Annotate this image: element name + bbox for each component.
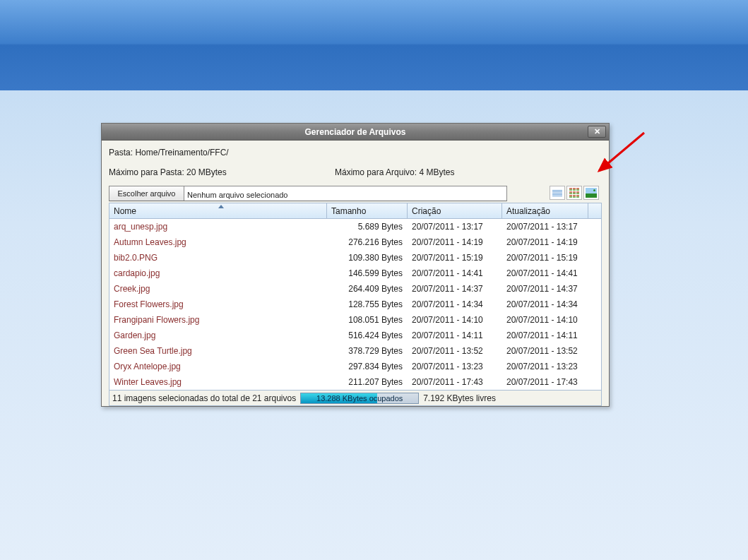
cell-nome: Garden.jpg xyxy=(109,330,327,340)
table-row[interactable]: Creek.jpg264.409 Bytes20/07/2011 - 14:37… xyxy=(109,281,601,297)
close-button[interactable]: ✕ xyxy=(588,126,606,138)
table-body: arq_unesp.jpg5.689 Bytes20/07/2011 - 13:… xyxy=(109,219,601,390)
storage-free-label: 7.192 KBytes livres xyxy=(423,393,496,403)
cell-nome: Winter Leaves.jpg xyxy=(109,377,327,387)
cell-nome: arq_unesp.jpg xyxy=(109,222,327,232)
folder-path: Home/Treinamento/FFC/ xyxy=(135,148,228,157)
list-icon xyxy=(552,190,562,196)
cell-criacao: 20/07/2011 - 15:19 xyxy=(408,253,502,263)
dialog-title: Gerenciador de Arquivos xyxy=(305,127,406,137)
column-label: Tamanho xyxy=(331,206,366,216)
cell-tamanho: 108.051 Bytes xyxy=(327,315,408,325)
view-grid-button[interactable] xyxy=(566,186,582,200)
cell-criacao: 20/07/2011 - 14:37 xyxy=(408,284,502,294)
cell-nome: Autumn Leaves.jpg xyxy=(109,237,327,247)
close-icon: ✕ xyxy=(594,127,600,136)
cell-criacao: 20/07/2011 - 14:41 xyxy=(408,268,502,278)
cell-nome: Forest Flowers.jpg xyxy=(109,299,327,309)
upload-row: Escolher arquivo Nenhum arquivo selecion… xyxy=(109,186,602,201)
column-header-nome[interactable]: Nome xyxy=(109,203,327,218)
column-header-atualizacao[interactable]: Atualização xyxy=(502,203,588,218)
cell-tamanho: 146.599 Bytes xyxy=(327,268,408,278)
cell-atualizacao: 20/07/2011 - 14:19 xyxy=(502,237,588,247)
folder-label: Pasta: xyxy=(109,148,133,157)
table-header: Nome Tamanho Criação Atualização xyxy=(109,203,601,219)
cell-criacao: 20/07/2011 - 14:10 xyxy=(408,315,502,325)
cell-tamanho: 211.207 Bytes xyxy=(327,377,408,387)
folder-path-row: Pasta: Home/Treinamento/FFC/ xyxy=(109,148,602,157)
cell-criacao: 20/07/2011 - 14:11 xyxy=(408,330,502,340)
table-row[interactable]: Green Sea Turtle.jpg378.729 Bytes20/07/2… xyxy=(109,343,601,359)
cell-criacao: 20/07/2011 - 14:19 xyxy=(408,237,502,247)
file-table: Nome Tamanho Criação Atualização arq_une… xyxy=(109,203,602,406)
cell-nome: Oryx Antelope.jpg xyxy=(109,362,327,371)
column-label: Nome xyxy=(114,206,136,216)
file-manager-dialog: Gerenciador de Arquivos ✕ Pasta: Home/Tr… xyxy=(101,123,610,407)
cell-tamanho: 109.380 Bytes xyxy=(327,253,408,263)
table-row[interactable]: Frangipani Flowers.jpg108.051 Bytes20/07… xyxy=(109,312,601,328)
dialog-titlebar[interactable]: Gerenciador de Arquivos ✕ xyxy=(102,124,609,141)
column-header-criacao[interactable]: Criação xyxy=(408,203,502,218)
cell-criacao: 20/07/2011 - 13:52 xyxy=(408,346,502,356)
table-row[interactable]: arq_unesp.jpg5.689 Bytes20/07/2011 - 13:… xyxy=(109,219,601,234)
cell-atualizacao: 20/07/2011 - 13:17 xyxy=(502,222,588,232)
cell-criacao: 20/07/2011 - 17:43 xyxy=(408,377,502,387)
cell-tamanho: 5.689 Bytes xyxy=(327,222,408,232)
cell-atualizacao: 20/07/2011 - 14:10 xyxy=(502,315,588,325)
cell-tamanho: 128.755 Bytes xyxy=(327,299,408,309)
cell-atualizacao: 20/07/2011 - 13:52 xyxy=(502,346,588,356)
cell-atualizacao: 20/07/2011 - 17:43 xyxy=(502,377,588,387)
storage-progress: 13.288 KBytes ocupados xyxy=(300,393,419,404)
page-header-band xyxy=(0,0,748,90)
grid-icon xyxy=(569,188,579,198)
choose-file-button[interactable]: Escolher arquivo xyxy=(109,186,184,201)
dialog-body: Pasta: Home/Treinamento/FFC/ Máximo para… xyxy=(102,141,609,406)
view-mode-buttons xyxy=(550,186,602,201)
column-header-spacer xyxy=(588,203,601,218)
table-row[interactable]: Winter Leaves.jpg211.207 Bytes20/07/2011… xyxy=(109,374,601,390)
cell-tamanho: 516.424 Bytes xyxy=(327,330,408,340)
sort-asc-icon xyxy=(218,205,224,208)
view-list-button[interactable] xyxy=(550,186,565,200)
cell-nome: cardapio.jpg xyxy=(109,268,327,278)
column-label: Atualização xyxy=(506,206,550,216)
cell-criacao: 20/07/2011 - 13:17 xyxy=(408,222,502,232)
table-row[interactable]: Autumn Leaves.jpg276.216 Bytes20/07/2011… xyxy=(109,234,601,250)
cell-criacao: 20/07/2011 - 13:23 xyxy=(408,362,502,371)
cell-atualizacao: 20/07/2011 - 14:11 xyxy=(502,330,588,340)
table-footer: 11 imagens selecionadas do total de 21 a… xyxy=(109,390,601,405)
table-row[interactable]: Garden.jpg516.424 Bytes20/07/2011 - 14:1… xyxy=(109,328,601,343)
cell-nome: Frangipani Flowers.jpg xyxy=(109,315,327,325)
cell-tamanho: 297.834 Bytes xyxy=(327,362,408,371)
table-row[interactable]: cardapio.jpg146.599 Bytes20/07/2011 - 14… xyxy=(109,266,601,281)
table-row[interactable]: Forest Flowers.jpg128.755 Bytes20/07/201… xyxy=(109,297,601,312)
cell-criacao: 20/07/2011 - 14:34 xyxy=(408,299,502,309)
cell-tamanho: 378.729 Bytes xyxy=(327,346,408,356)
file-input-group: Escolher arquivo Nenhum arquivo selecion… xyxy=(109,186,507,201)
view-thumbnail-button[interactable] xyxy=(583,186,599,200)
table-row[interactable]: Oryx Antelope.jpg297.834 Bytes20/07/2011… xyxy=(109,359,601,374)
cell-tamanho: 264.409 Bytes xyxy=(327,284,408,294)
cell-tamanho: 276.216 Bytes xyxy=(327,237,408,247)
storage-used-label: 13.288 KBytes ocupados xyxy=(316,394,403,403)
cell-atualizacao: 20/07/2011 - 14:37 xyxy=(502,284,588,294)
column-label: Criação xyxy=(412,206,441,216)
cell-atualizacao: 20/07/2011 - 14:34 xyxy=(502,299,588,309)
chosen-file-label: Nenhum arquivo selecionado xyxy=(184,186,506,201)
cell-nome: Green Sea Turtle.jpg xyxy=(109,346,327,356)
image-icon xyxy=(586,188,597,198)
cell-nome: Creek.jpg xyxy=(109,284,327,294)
table-row[interactable]: bib2.0.PNG109.380 Bytes20/07/2011 - 15:1… xyxy=(109,250,601,266)
cell-atualizacao: 20/07/2011 - 13:23 xyxy=(502,362,588,371)
cell-atualizacao: 20/07/2011 - 15:19 xyxy=(502,253,588,263)
selection-summary: 11 imagens selecionadas do total de 21 a… xyxy=(112,393,296,403)
column-header-tamanho[interactable]: Tamanho xyxy=(327,203,408,218)
max-folder-label: Máximo para Pasta: 20 MBytes xyxy=(109,167,335,177)
max-file-label: Máximo para Arquivo: 4 MBytes xyxy=(335,167,454,177)
cell-nome: bib2.0.PNG xyxy=(109,253,327,263)
cell-atualizacao: 20/07/2011 - 14:41 xyxy=(502,268,588,278)
limits-row: Máximo para Pasta: 20 MBytes Máximo para… xyxy=(109,167,602,177)
